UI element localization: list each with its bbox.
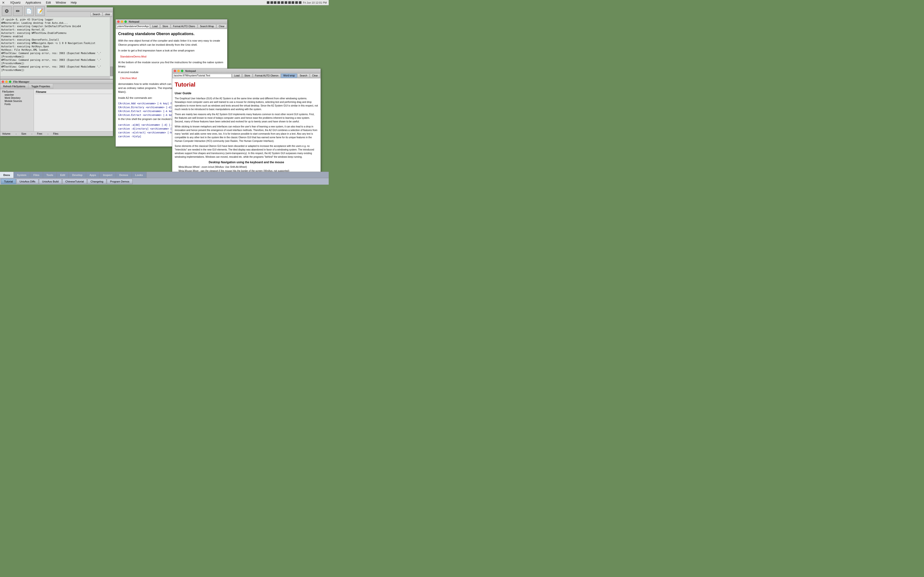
nav-item: Meta-Mouse-Wheel : zoom in/out (WinAos: … [179,165,318,169]
dock-tab-develop[interactable]: Develop [69,172,86,178]
file-manager-content: FileSystem searcher Work Directory Modul… [0,89,113,131]
notepad-tutorial-store-btn[interactable]: Store [242,74,252,78]
refresh-filesystems-btn[interactable]: Refresh FileSystems [0,84,28,89]
traffic-lights [174,70,183,72]
log-line: Autostart: executing OberonFonts.Install [1,38,112,42]
log-line: WMTextView: Command parsing error, res: … [1,65,112,72]
kernel-clear-btn[interactable]: clear [103,12,112,16]
menubar-right: ⬛ ⬛ ⬛ ⬛ ⬛ ⬛ ⬛ ⬛ ⬛ ⬛ Fri Jun 10 12:01 PM [267,1,327,4]
dock-item-unixaos-build[interactable]: UnixAos Build [39,179,61,184]
notepad-tutorial-clear-btn[interactable]: Clear [310,74,320,78]
free-val: - [47,132,48,135]
tree-item-fonts[interactable]: Fonts [1,103,33,106]
taskbar-icon-pencil[interactable]: ✏ [13,6,23,16]
dock-tab-system[interactable]: System [14,172,30,178]
taskbar-icon-note[interactable]: 📝 [35,6,45,16]
notepad-tutorial-wordwrap-btn[interactable]: Word wrap [281,74,297,78]
taskbar-icon-doc[interactable]: 📄 [24,6,34,16]
dock-tabs: Docu System Files Tools Edit Develop App… [0,172,329,178]
minimize-button[interactable] [177,70,180,72]
tree-item-searcher[interactable]: searcher [1,93,33,97]
log-line: Autostart: executing WMNavigate.Open ~s … [1,42,112,45]
notepad-main-store-btn[interactable]: Store [160,24,170,29]
clock: Fri Jun 10 12:01 PM [303,1,327,4]
traffic-lights [2,81,11,83]
notepad-tutorial-toolbar: Load Store Format AUTO Oberon Word wrap … [172,73,320,78]
notepad-main-format-btn[interactable]: Format AUTO Obero [171,24,197,29]
notepad-main-clear-btn[interactable]: Clear [216,24,227,29]
close-button[interactable] [117,21,120,23]
minimize-button[interactable] [121,21,123,23]
notepad-main-titlebar[interactable]: Notepad [116,19,227,24]
dock-tab-apps[interactable]: Apps [86,172,100,178]
toggle-properties-btn[interactable]: Toggle Properties [28,84,53,89]
dock-tab-docu[interactable]: Docu [0,172,14,178]
traffic-lights [117,21,127,23]
kernel-scrollbar[interactable] [110,17,113,76]
log-line: WMRestorable: Loading desktop from Auto.… [1,21,112,25]
file-manager-status: Volume: - Size: - Free: - Files: [0,131,113,136]
dock-item-program-demos[interactable]: Program Demos [107,179,132,184]
notepad-main-title: Notepad [129,20,139,23]
tree-item-workdir[interactable]: Work Directory [1,97,33,100]
kernel-log-window: Kernel.log Store! Word wrap Search clear… [0,7,113,79]
dock-item-unixaos-diffs[interactable]: UnixAos Diffs [16,179,39,184]
dock-tab-looks[interactable]: Looks [132,172,147,178]
user-guide-heading: User Guide [175,91,318,96]
file-manager-titlebar[interactable]: File Manager [0,80,113,84]
dock-tab-tools[interactable]: Tools [43,172,57,178]
size-label: Size: [21,132,26,135]
dock-tab-edit[interactable]: Edit [57,172,69,178]
log-line: (P cpuid= 0, pid= 43 Starting logger [1,18,112,21]
notepad-para-0: With the new object format of the compil… [118,39,225,47]
notepad-tutorial-path-input[interactable] [173,74,231,77]
notepad-tutorial-search-btn[interactable]: Search [297,74,309,78]
dock-item-changelog[interactable]: Changelog [87,179,107,184]
size-val: - [32,132,32,135]
menubar-help[interactable]: Help [68,0,79,5]
maximize-button[interactable] [9,81,11,83]
taskbar-icon-gear[interactable]: ⚙ [2,6,11,16]
notepad-main-load-btn[interactable]: Load [150,24,160,29]
menubar-applications[interactable]: Applications [23,0,44,5]
kernel-hscrollbar[interactable] [0,76,110,79]
dock-item-chinesetutorial[interactable]: ChineseTutorial [62,179,87,184]
nav-heading: Desktop Navigation using the keyboard an… [175,160,318,164]
kernel-scrollbar-thumb[interactable] [110,67,113,76]
close-button[interactable] [2,81,4,83]
tree-item-filesystem[interactable]: FileSystem [1,90,33,93]
menubar-edit[interactable]: Edit [44,0,53,5]
kernel-search-btn[interactable]: Search [90,12,102,16]
notepad-tutorial-load-btn[interactable]: Load [232,74,242,78]
notepad-main-searchwrap-btn[interactable]: Search:Wrap [198,24,216,29]
notepad-main-heading: Creating standalone Oberon applications. [118,31,225,37]
minimize-button[interactable] [5,81,8,83]
menubar: ✕ XQuartz Applications Edit Window Help … [0,0,329,5]
dock-items: Tutorial UnixAos Diffs UnixAos Build Chi… [0,178,329,185]
notepad-main-path-input[interactable] [116,24,150,28]
menubar-xquartz[interactable]: XQuartz [8,0,23,5]
tree-item-modsources[interactable]: Module Sources [1,100,33,103]
dock-item-tutorial[interactable]: Tutorial [1,179,16,184]
log-line: Autostart: executing Kernel.GC [1,28,112,32]
tutorial-heading: Tutorial [175,80,318,89]
close-button[interactable] [174,70,176,72]
log-line: Piemenu enabled [1,35,112,38]
file-manager-files: Filename [34,89,113,131]
file-manager-tree: FileSystem searcher Work Directory Modul… [0,89,34,131]
dock-tab-demos[interactable]: Demos [116,172,132,178]
notepad-main-toolbar: Load Store Format AUTO Obero Search:Wrap… [116,24,227,29]
notepad-tutorial-titlebar[interactable]: Notepad [172,69,320,73]
dock-tab-files[interactable]: Files [30,172,43,178]
notepad-tutorial-window: Notepad Load Store Format AUTO Oberon Wo… [172,69,321,185]
notepad-link-1[interactable]: StandaloneDemo.Mod [118,55,225,59]
menubar-window[interactable]: Window [53,0,68,5]
log-line: Autostart: executing HotKeys.Open [1,45,112,48]
notepad-para-1: In order to get a first impression have … [118,48,225,53]
kernel-log-content: (P cpuid= 0, pid= 43 Starting logger WMR… [0,17,113,79]
volume-val: - [16,132,16,135]
maximize-button[interactable] [124,21,127,23]
notepad-tutorial-format-btn[interactable]: Format AUTO Oberon [253,74,281,78]
maximize-button[interactable] [181,70,183,72]
dock-tab-inspect[interactable]: Inspect [100,172,116,178]
